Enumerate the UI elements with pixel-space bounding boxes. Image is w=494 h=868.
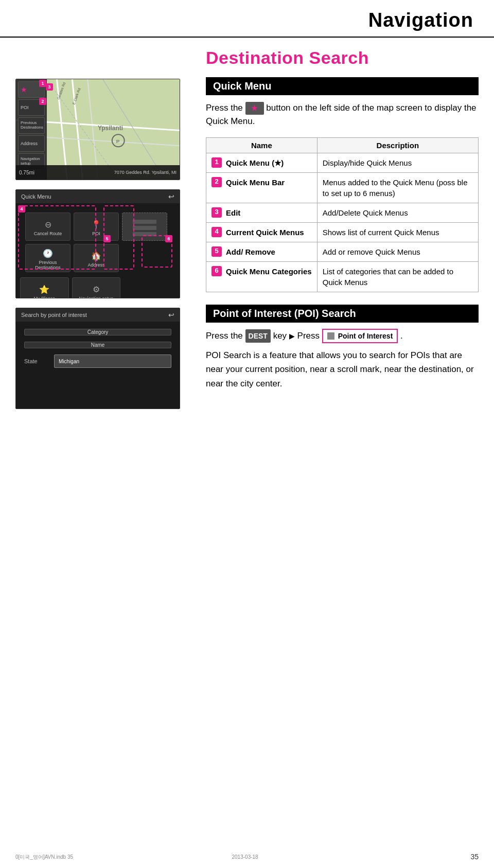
poi-state-label: State <box>24 358 50 364</box>
qm-address-icon: 🏠 <box>91 251 101 261</box>
badge-4: 4 <box>18 205 25 212</box>
badge-1: 1 <box>39 80 46 87</box>
main-content: Ypsilanti P Geddes Rd E Clark Rd ★ 1 POI <box>0 38 494 419</box>
table-cell-desc: Menus added to the Quick Menu (poss ble … <box>317 172 478 203</box>
quick-menu-section: Quick Menu Press the ★ button on the lef… <box>206 77 479 292</box>
quick-menu-intro: Press the ★ button on the left side of t… <box>206 101 479 128</box>
poi-header: Search by point of interest ↩ <box>16 308 180 322</box>
poi-period: . <box>400 331 403 341</box>
table-col-description: Description <box>317 137 478 153</box>
table-row: 4Current Quick MenusShows list of curren… <box>206 222 479 242</box>
svg-text:Ypsilanti: Ypsilanti <box>98 125 123 132</box>
table-cell-name: 1Quick Menu (★) <box>206 153 317 172</box>
poi-name-field[interactable]: Name <box>24 342 171 348</box>
poi-highlight-label: Point of Interest <box>338 330 393 342</box>
table-row: 6Quick Menu CategoriesList of categories… <box>206 261 479 292</box>
table-cell-name: 2Quick Menu Bar <box>206 172 317 203</box>
poi-display: Search by point of interest ↩ Category N… <box>16 308 180 409</box>
qm-item-right-col <box>122 212 167 241</box>
poi-category-label: Category <box>87 329 109 335</box>
poi-search-section: Point of Interest (POI) Search Press the… <box>206 305 479 391</box>
qm-poi-icon: 📍 <box>91 220 101 229</box>
qm-item-prev-dest[interactable]: 🕐 Previous Destinations <box>25 244 70 272</box>
poi-press2: Press <box>297 331 322 341</box>
page-header: Navigation <box>0 0 494 38</box>
row-badge-3: 3 <box>211 207 222 218</box>
badge-2: 2 <box>39 98 46 105</box>
row-badge-1: 1 <box>211 157 222 168</box>
page-footer: 35 <box>470 853 479 861</box>
poi-state-row: State Michigan <box>24 355 171 368</box>
qm-prev-dest-icon: 🕐 <box>43 249 53 258</box>
badge-3: 3 <box>46 83 53 91</box>
poi-highlight-button[interactable]: Point of Interest <box>322 329 398 343</box>
table-row: 3EditAdd/Delete Quick Menus <box>206 203 479 222</box>
intro-press-text: Press the <box>206 103 243 113</box>
qm-item-my-places[interactable]: ⭐ My Places <box>20 277 69 298</box>
poi-search-heading: Point of Interest (POI) Search <box>206 305 479 323</box>
poi-screen-title: Search by point of interest <box>21 312 87 318</box>
poi-highlight-icon <box>327 332 334 340</box>
destination-search-title: Destination Search <box>206 48 479 68</box>
badge-6: 6 <box>165 235 172 242</box>
dest-key: DEST <box>245 329 271 343</box>
quick-menu-heading: Quick Menu <box>206 77 479 95</box>
table-cell-name: 6Quick Menu Categories <box>206 261 317 292</box>
map-prev-dest-btn[interactable]: Previous Destinations <box>18 117 45 134</box>
poi-name-label: Name <box>91 342 105 348</box>
poi-body-text: POI Search is a feature that allows you … <box>206 348 479 391</box>
map-address: 7070 Geddes Rd. Ypsilanti, MI <box>114 170 177 175</box>
map-distance: 0.75mi <box>19 170 34 175</box>
qm-item-cancel-route[interactable]: ⊖ Cancel Route <box>25 212 70 241</box>
qm-item-poi[interactable]: 📍 POI <box>74 212 119 241</box>
table-row: 5Add/ RemoveAdd or remove Quick Menus <box>206 242 479 261</box>
table-cell-name: 5Add/ Remove <box>206 242 317 261</box>
row-badge-4: 4 <box>211 227 222 237</box>
map-poi-btn[interactable]: POI 2 <box>18 99 45 116</box>
arrow-icon: ▶ <box>289 330 295 342</box>
qm-title: Quick Menu <box>21 193 51 200</box>
map-sidebar: ★ 1 POI 2 Previous Destinations Address … <box>16 79 47 180</box>
quick-menu-table: Name Description 1Quick Menu (★)Display/… <box>206 137 479 292</box>
row-badge-5: 5 <box>211 246 222 257</box>
table-cell-desc: List of categories that can be added to … <box>317 261 478 292</box>
left-column: Ypsilanti P Geddes Rd E Clark Rd ★ 1 POI <box>15 48 190 409</box>
map-display: Ypsilanti P Geddes Rd E Clark Rd ★ 1 POI <box>16 79 180 180</box>
qm-header: Quick Menu ↩ <box>16 190 180 203</box>
poi-category-field[interactable]: Category <box>24 329 171 335</box>
poi-form: Category Name State Michigan <box>16 322 180 375</box>
page-title: Navigation <box>21 9 473 31</box>
row-badge-2: 2 <box>211 177 222 187</box>
footer-source: 0[미국_영어]AVN.indb 35 2013-03-18 <box>15 854 258 861</box>
poi-intro-text: Press the DEST key ▶ Press Point of Inte… <box>206 329 479 344</box>
table-cell-desc: Add or remove Quick Menus <box>317 242 478 261</box>
qm-nav-setup-icon: ⚙ <box>93 285 100 294</box>
star-key-button[interactable]: ★ <box>245 102 264 115</box>
qm-back-btn[interactable]: ↩ <box>168 192 174 201</box>
badge-5: 5 <box>103 235 111 242</box>
svg-text:P: P <box>116 138 120 144</box>
quick-menu-screenshot: Quick Menu ↩ ⊖ Cancel Route 📍 POI <box>15 189 180 298</box>
star-symbol: ★ <box>251 103 258 114</box>
map-address-btn[interactable]: Address <box>18 135 45 152</box>
poi-press-text: Press the <box>206 331 245 341</box>
poi-key-text: key <box>273 331 289 341</box>
qm-item-address[interactable]: 🏠 Address <box>74 244 119 272</box>
table-cell-desc: Add/Delete Quick Menus <box>317 203 478 222</box>
poi-back-btn[interactable]: ↩ <box>168 311 174 319</box>
table-cell-desc: Shows list of current Quick Menus <box>317 222 478 242</box>
qm-cancel-icon: ⊖ <box>45 220 51 229</box>
poi-state-value[interactable]: Michigan <box>54 355 171 368</box>
row-badge-6: 6 <box>211 266 222 276</box>
right-column: Destination Search Quick Menu Press the … <box>201 48 479 409</box>
table-cell-desc: Display/hide Quick Menus <box>317 153 478 172</box>
table-cell-name: 3Edit <box>206 203 317 222</box>
map-bottom-bar: 0.75mi 7070 Geddes Rd. Ypsilanti, MI <box>16 165 180 180</box>
table-cell-name: 4Current Quick Menus <box>206 222 317 242</box>
map-star-btn[interactable]: ★ 1 <box>18 81 45 98</box>
qm-grid: ⊖ Cancel Route 📍 POI <box>20 207 172 277</box>
qm-item-nav-setup[interactable]: ⚙ Navigation setup <box>72 277 121 298</box>
table-row: 1Quick Menu (★)Display/hide Quick Menus <box>206 153 479 172</box>
qm-my-places-icon: ⭐ <box>39 285 49 294</box>
page-number: 35 <box>470 853 479 861</box>
